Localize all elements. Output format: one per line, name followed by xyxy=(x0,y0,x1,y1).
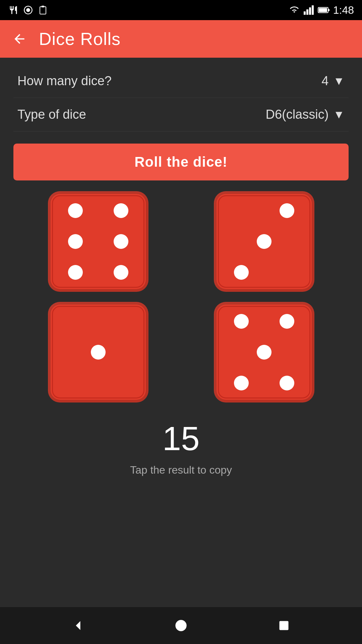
dot xyxy=(234,376,249,390)
back-button[interactable] xyxy=(9,29,29,49)
svg-rect-6 xyxy=(309,7,311,15)
svg-point-1 xyxy=(26,8,30,12)
dot xyxy=(280,376,294,390)
svg-rect-2 xyxy=(40,7,46,14)
signal-icon xyxy=(304,5,314,15)
dice-type-row: Type of dice D6(classic) ▼ xyxy=(13,98,349,131)
dot xyxy=(68,203,83,218)
dot xyxy=(114,265,128,280)
die-4 xyxy=(214,302,314,402)
dot xyxy=(280,314,294,329)
dot xyxy=(280,203,294,218)
die-3 xyxy=(48,302,148,402)
result-hint: Tap the result to copy xyxy=(13,464,349,476)
dice-count-value: 4 xyxy=(321,74,328,88)
svg-rect-13 xyxy=(279,621,288,630)
svg-rect-4 xyxy=(304,11,306,15)
battery-icon xyxy=(318,6,330,14)
wifi-icon xyxy=(288,5,300,15)
dot xyxy=(68,265,83,280)
dot xyxy=(234,314,249,329)
nav-recent-button[interactable] xyxy=(272,613,296,638)
dice-count-select[interactable]: 4 ▼ xyxy=(321,74,345,88)
svg-rect-7 xyxy=(312,5,314,15)
roll-button[interactable]: Roll the dice! xyxy=(13,144,349,180)
dice-count-row: How many dice? 4 ▼ xyxy=(13,64,349,98)
status-bar: 1:48 xyxy=(0,0,362,20)
nav-back-button[interactable] xyxy=(66,613,90,638)
status-icons-right: 1:48 xyxy=(288,4,354,16)
svg-point-12 xyxy=(175,620,186,631)
status-time: 1:48 xyxy=(333,4,354,16)
app-title: Dice Rolls xyxy=(39,29,121,49)
result-total[interactable]: 15 xyxy=(13,419,349,458)
die-2 xyxy=(214,191,314,292)
dot xyxy=(234,265,249,280)
dice-type-value: D6(classic) xyxy=(265,107,328,122)
clipboard-icon xyxy=(38,5,48,15)
content-area: How many dice? 4 ▼ Type of dice D6(class… xyxy=(0,58,362,607)
dice-type-select[interactable]: D6(classic) ▼ xyxy=(265,107,345,122)
utensils-icon xyxy=(8,5,19,15)
dot xyxy=(114,234,128,249)
app-bar: Dice Rolls xyxy=(0,20,362,58)
dice-type-dropdown-icon: ▼ xyxy=(333,108,345,121)
svg-rect-3 xyxy=(42,6,44,7)
camera-icon xyxy=(23,5,34,15)
svg-rect-10 xyxy=(319,8,327,12)
status-icons-left xyxy=(8,5,48,15)
dot xyxy=(91,345,106,360)
dice-type-label: Type of dice xyxy=(17,107,86,122)
dot xyxy=(257,345,272,360)
dot xyxy=(114,203,128,218)
nav-home-button[interactable] xyxy=(169,613,193,638)
svg-rect-5 xyxy=(306,9,308,15)
svg-marker-11 xyxy=(76,621,80,630)
dice-count-label: How many dice? xyxy=(17,74,112,88)
svg-rect-9 xyxy=(328,9,329,11)
dice-grid xyxy=(13,191,349,402)
dot xyxy=(257,234,272,249)
die-1 xyxy=(48,191,148,292)
dice-count-dropdown-icon: ▼ xyxy=(333,74,345,88)
dot xyxy=(68,234,83,249)
nav-bar xyxy=(0,607,362,644)
